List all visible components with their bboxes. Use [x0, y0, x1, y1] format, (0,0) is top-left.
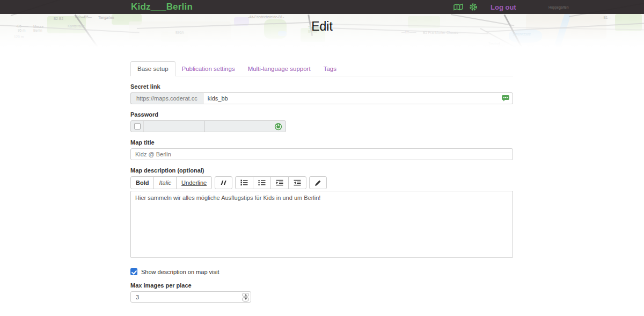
password-group	[130, 120, 286, 132]
chat-bubble-icon[interactable]	[501, 95, 510, 102]
secret-link-input[interactable]	[203, 92, 513, 104]
caret-down-icon	[245, 298, 247, 300]
show-description-row: Show description on map visit	[130, 268, 513, 275]
gear-icon[interactable]	[469, 3, 478, 11]
secret-link-group: https://maps.coderat.cc	[130, 92, 513, 104]
spinner-up-button[interactable]	[242, 293, 249, 297]
indent-icon	[276, 179, 283, 186]
top-navbar: Kidz___Berlin Log out	[0, 0, 644, 14]
map-icon[interactable]	[453, 3, 463, 11]
ordered-list-icon	[240, 179, 248, 186]
password-confirm-disabled	[205, 121, 286, 132]
tab-publication-settings[interactable]: Publication settings	[175, 62, 241, 76]
show-description-checkbox[interactable]	[130, 268, 137, 275]
edit-form: Base setup Publication settings Multi-la…	[130, 48, 513, 303]
page-title: Edit	[0, 19, 644, 34]
map-description-label: Map description (optional)	[130, 167, 513, 174]
max-images-field	[130, 291, 251, 303]
list-button-group	[235, 176, 306, 189]
outdent-button[interactable]	[288, 176, 306, 189]
app-brand: Kidz___Berlin	[131, 2, 193, 12]
navbar-actions: Log out	[453, 3, 516, 11]
tab-multi-language-support[interactable]: Multi-language support	[241, 62, 317, 76]
bold-button[interactable]: Bold	[130, 176, 154, 189]
map-title-input[interactable]	[130, 148, 513, 160]
tab-tags[interactable]: Tags	[317, 62, 343, 76]
max-images-input[interactable]	[130, 291, 251, 303]
map-label: Hoppegarten	[548, 5, 569, 9]
password-input-disabled	[144, 121, 205, 132]
map-title-label: Map title	[130, 139, 513, 146]
caret-up-icon	[245, 294, 247, 296]
format-button-group: Bold Italic Underline	[130, 176, 212, 189]
spinner-down-button[interactable]	[242, 297, 249, 301]
ordered-list-button[interactable]	[235, 176, 253, 189]
logout-link[interactable]: Log out	[491, 3, 516, 11]
secret-link-prefix: https://maps.coderat.cc	[130, 92, 203, 104]
map-description-textarea[interactable]: Hier sammeln wir alles mögliche Ausflugs…	[130, 191, 513, 258]
secret-link-label: Secret link	[130, 83, 513, 90]
underline-button[interactable]: Underline	[176, 176, 212, 189]
edit-source-button[interactable]	[309, 176, 327, 189]
password-enable-cell	[131, 121, 144, 132]
number-spinner	[242, 293, 249, 301]
tab-base-setup[interactable]: Base setup	[130, 61, 175, 76]
richtext-toolbar: Bold Italic Underline	[130, 176, 513, 189]
unordered-list-icon	[258, 179, 266, 186]
outdent-icon	[294, 179, 301, 186]
blockquote-button[interactable]	[215, 176, 232, 189]
max-images-label: Max images per place	[130, 282, 513, 289]
password-visibility-icon[interactable]	[274, 123, 282, 131]
tab-bar: Base setup Publication settings Multi-la…	[130, 61, 513, 76]
password-enable-checkbox[interactable]	[134, 123, 141, 130]
blockquote-icon	[220, 180, 227, 185]
indent-button[interactable]	[270, 176, 289, 189]
unordered-list-button[interactable]	[253, 176, 271, 189]
map-banner: Kidz___Berlin Log out Edit -B5——B2-B2-B2…	[0, 0, 644, 48]
italic-button[interactable]: Italic	[153, 176, 177, 189]
password-label: Password	[130, 111, 513, 118]
show-description-label: Show description on map visit	[141, 269, 219, 275]
pencil-icon	[314, 179, 321, 186]
